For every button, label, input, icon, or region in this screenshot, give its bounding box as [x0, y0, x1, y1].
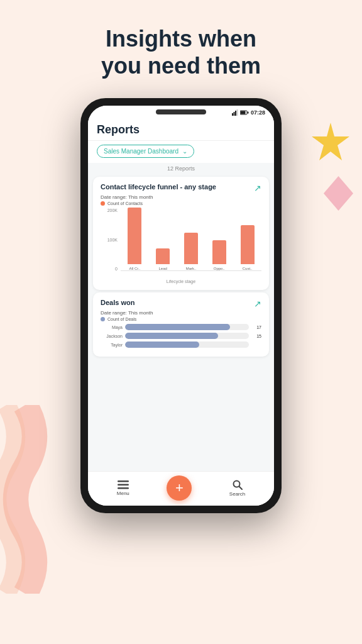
- h-bar-chart: Maya 17 Jackson 15: [101, 324, 261, 348]
- search-icon: [233, 480, 243, 490]
- battery-icon: [240, 110, 249, 115]
- reports-header: Reports: [88, 117, 274, 141]
- reports-count: 12 Reports: [88, 163, 274, 174]
- h-bar-row-2: Jackson 15: [101, 333, 261, 339]
- dashboard-selector: Sales Manager Dashboard ⌄: [88, 141, 274, 163]
- svg-rect-3: [232, 113, 233, 116]
- chart1-title: Contact lifecycle funnel - any stage: [101, 183, 254, 191]
- lifecycle-funnel-card: Contact lifecycle funnel - any stage ↗ D…: [93, 177, 269, 290]
- h-bar-track-1: [125, 324, 249, 330]
- h-bar-name-3: Taylor: [101, 343, 123, 347]
- status-time: 07:28: [251, 109, 265, 116]
- app-content: Reports Sales Manager Dashboard ⌄ 12 Rep…: [88, 117, 274, 506]
- svg-rect-4: [233, 112, 234, 116]
- bar-label-1: All Cr..: [129, 267, 141, 270]
- chart2-date-range: Date range: This month: [101, 310, 261, 316]
- bar-chart: 0 100K 200K All Cr.. Lead: [101, 208, 261, 284]
- h-bar-fill-1: [125, 324, 230, 330]
- bar-4: [212, 240, 226, 264]
- h-bar-track-2: [125, 333, 249, 339]
- svg-rect-9: [240, 111, 245, 114]
- status-icons: 07:28: [232, 109, 265, 116]
- svg-rect-5: [235, 111, 236, 116]
- menu-label: Menu: [117, 491, 129, 496]
- search-nav-item[interactable]: Search: [229, 480, 245, 497]
- deals-card-header: Deals won ↗: [101, 299, 261, 309]
- chart1-legend: Count of Contacts: [101, 201, 261, 206]
- x-axis-label: Lifecycle stage: [167, 279, 195, 284]
- h-bar-value-1: 17: [251, 325, 261, 330]
- bars-container: All Cr.. Lead Mark..: [121, 208, 261, 271]
- svg-rect-6: [236, 109, 238, 116]
- deals-expand-icon[interactable]: ↗: [254, 299, 261, 309]
- svg-rect-10: [118, 480, 129, 482]
- h-bar-value-2: 15: [251, 334, 261, 338]
- svg-rect-12: [118, 487, 129, 489]
- card-header: Contact lifecycle funnel - any stage ↗: [101, 183, 261, 193]
- bar-1: [128, 208, 141, 264]
- fab-button[interactable]: +: [167, 475, 192, 501]
- y-axis-labels: 0 100K 200K: [101, 208, 119, 271]
- fab-icon: +: [175, 480, 184, 496]
- legend-dot: [101, 201, 105, 206]
- chart2-title: Deals won: [101, 299, 254, 306]
- bar-label-4: Oppo..: [214, 267, 225, 270]
- phone-notch: [156, 109, 206, 114]
- deals-legend-dot: [101, 317, 105, 321]
- h-bar-fill-3: [125, 341, 199, 348]
- expand-icon[interactable]: ↗: [254, 183, 261, 193]
- signal-icon: [232, 109, 238, 116]
- bar-label-3: Mark..: [186, 267, 197, 270]
- dashboard-pill[interactable]: Sales Manager Dashboard ⌄: [97, 145, 194, 158]
- h-bar-name-2: Jackson: [101, 334, 123, 338]
- y-label-0: 0: [101, 267, 119, 271]
- h-bar-fill-2: [125, 333, 218, 339]
- bar-group-4: Oppo..: [212, 240, 226, 270]
- bar-group-5: Cust..: [241, 225, 255, 270]
- deals-legend-label: Count of Deals: [107, 317, 136, 321]
- h-bar-name-1: Maya: [101, 325, 123, 330]
- chart2-legend: Count of Deals: [101, 317, 261, 321]
- bar-group-2: Lead: [156, 248, 170, 270]
- bar-group-1: All Cr..: [128, 208, 141, 270]
- bar-label-5: Cust..: [243, 267, 253, 270]
- menu-nav-item[interactable]: Menu: [117, 480, 129, 496]
- headline-text: Insights when you need them: [0, 0, 362, 92]
- bottom-nav: Menu + Search: [88, 471, 274, 506]
- phone-frame: 07:28 Reports Sales Manager Dashboard ⌄: [0, 98, 362, 513]
- y-label-100k: 100K: [101, 238, 119, 242]
- h-bar-row-3: Taylor: [101, 341, 261, 348]
- svg-rect-8: [247, 112, 248, 114]
- legend-label: Count of Contacts: [107, 201, 143, 206]
- chart1-date-range: Date range: This month: [101, 194, 261, 200]
- bar-2: [156, 248, 170, 264]
- bar-group-3: Mark..: [184, 233, 198, 270]
- menu-icon: [118, 480, 129, 489]
- bar-5: [241, 225, 255, 264]
- bar-3: [184, 233, 198, 264]
- dashboard-name: Sales Manager Dashboard: [104, 148, 178, 155]
- reports-title: Reports: [97, 123, 265, 136]
- svg-line-14: [239, 486, 242, 489]
- search-label: Search: [229, 491, 245, 497]
- bar-label-2: Lead: [159, 267, 167, 270]
- svg-rect-11: [118, 484, 129, 486]
- y-label-200k: 200K: [101, 208, 119, 213]
- h-bar-track-3: [125, 341, 249, 348]
- deals-won-card: Deals won ↗ Date range: This month Count…: [93, 292, 269, 357]
- chevron-down-icon: ⌄: [182, 148, 187, 155]
- phone-screen: 07:28 Reports Sales Manager Dashboard ⌄: [88, 106, 274, 506]
- h-bar-row-1: Maya 17: [101, 324, 261, 330]
